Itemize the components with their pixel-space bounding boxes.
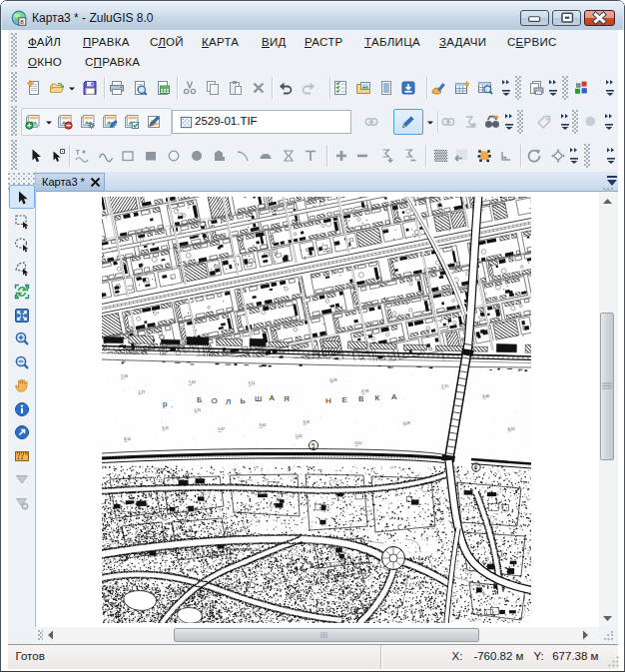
svg-text:О: О: [212, 396, 218, 405]
svg-text:Н: Н: [325, 395, 331, 404]
svg-text:3-25: 3-25: [303, 419, 310, 423]
svg-text:8: 8: [20, 18, 24, 25]
svg-text:Б: Б: [197, 395, 202, 404]
svg-text:4-78: 4-78: [361, 389, 368, 393]
svg-text:1-91: 1-91: [194, 407, 201, 411]
svg-text:9-62: 9-62: [260, 422, 267, 426]
svg-text:6-66: 6-66: [482, 393, 489, 397]
svg-text:4-28: 4-28: [403, 420, 410, 424]
svg-text:Е: Е: [342, 394, 347, 403]
svg-text:9-15: 9-15: [162, 425, 169, 429]
svg-text:8-59: 8-59: [508, 426, 515, 430]
svg-text:6-28: 6-28: [330, 377, 337, 381]
svg-text:1-72: 1-72: [138, 389, 145, 393]
svg-text:А: А: [391, 392, 397, 401]
svg-text:А: А: [270, 393, 276, 402]
svg-text:T: T: [76, 149, 81, 156]
svg-text:7-43: 7-43: [189, 380, 196, 384]
svg-text:Ш: Ш: [255, 394, 262, 403]
svg-text:7-33: 7-33: [121, 373, 128, 377]
svg-text:5-67: 5-67: [218, 427, 225, 431]
svg-text:1-62: 1-62: [296, 433, 303, 437]
svg-text:1-15: 1-15: [441, 384, 448, 388]
svg-text:9-11: 9-11: [249, 381, 256, 385]
svg-text:Я: Я: [284, 393, 290, 402]
svg-text:ТРУДЯЩИХСЯ: ТРУДЯЩИХСЯ: [222, 547, 262, 552]
svg-text:К: К: [375, 392, 380, 401]
svg-text:8-10: 8-10: [124, 437, 131, 441]
svg-text:3-52: 3-52: [355, 441, 362, 445]
svg-text:5: 5: [312, 441, 315, 448]
svg-text:Ь: Ь: [241, 395, 246, 404]
svg-text:В: В: [358, 393, 363, 402]
svg-text:.: .: [171, 400, 173, 409]
svg-text:1 2: 1 2: [17, 455, 24, 460]
svg-text:р: р: [163, 399, 168, 408]
svg-text:Л: Л: [226, 396, 231, 405]
